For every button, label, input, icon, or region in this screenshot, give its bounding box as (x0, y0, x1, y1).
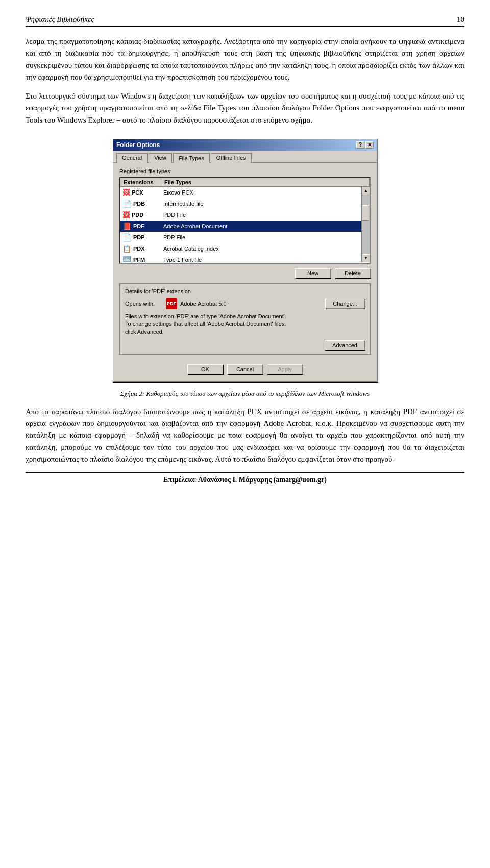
paragraph-2: Στο λειτουργικό σύστημα των Windows η δι… (26, 90, 464, 126)
list-item[interactable]: 🖼 PCX Εικόνα PCX (120, 187, 370, 198)
pdd-icon: 🖼 (122, 211, 130, 219)
paragraph-1: λεσμα της πραγματοποίησης κάποιας διαδικ… (26, 36, 464, 83)
ext-pdp: PDP (133, 234, 145, 240)
type-pdx: Acrobat Catalog Index (161, 245, 221, 253)
col-file-types: File Types (161, 178, 370, 186)
pfm-icon: 🔤 (122, 256, 131, 262)
ext-pdd: PDD (132, 212, 143, 218)
folder-options-dialog: Folder Options ? ✕ General View File Typ… (112, 138, 378, 382)
dialog-caption: Σχήμα 2: Καθορισμός του τύπου των αρχείω… (26, 390, 464, 398)
ext-pdf: PDF (133, 223, 144, 229)
dialog-title: Folder Options (116, 141, 160, 149)
listbox-rows: 🖼 PCX Εικόνα PCX 📄 PDB Intermediate fi (120, 187, 370, 262)
pdx-icon: 📋 (122, 245, 131, 253)
titlebar-buttons: ? ✕ (356, 141, 374, 149)
close-button[interactable]: ✕ (365, 141, 374, 149)
list-item[interactable]: 🖼 PDD PDD File (120, 209, 370, 221)
advanced-btn-row: Advanced (125, 340, 365, 350)
new-delete-row: New Delete (119, 268, 371, 278)
type-pdb: Intermediate file (161, 200, 205, 208)
listbox-scrollbar[interactable]: ▲ ▼ (361, 187, 370, 262)
cancel-button[interactable]: Cancel (227, 364, 263, 374)
tab-file-types[interactable]: File Types (173, 153, 210, 163)
list-item[interactable]: 📄 PDB Intermediate file (120, 198, 370, 209)
details-title: Details for 'PDF' extension (125, 288, 365, 294)
footer: Επιμέλεια: Αθανάσιος Ι. Μάργαρης (amarg@… (26, 472, 464, 484)
scroll-down-button[interactable]: ▼ (362, 254, 370, 262)
header-title: Ψηφιακές Βιβλιοθήκες (26, 15, 94, 24)
col-extensions: Extensions (120, 178, 161, 186)
ext-pcx: PCX (132, 189, 143, 196)
list-item[interactable]: 📋 PDX Acrobat Catalog Index (120, 243, 370, 254)
tab-view[interactable]: View (149, 153, 172, 163)
desc-line-3: click Advanced. (125, 329, 164, 335)
dialog-titlebar: Folder Options ? ✕ (113, 139, 377, 151)
delete-button[interactable]: Delete (335, 268, 371, 278)
advanced-button[interactable]: Advanced (325, 340, 365, 350)
scroll-thumb[interactable] (362, 205, 369, 221)
details-description: Files with extension 'PDF' are of type '… (125, 312, 365, 336)
pdf-icon: 📕 (122, 222, 131, 230)
desc-line-1: Files with extension 'PDF' are of type '… (125, 313, 286, 319)
pdb-icon: 📄 (122, 200, 131, 208)
type-pcx: Εικόνα PCX (161, 188, 195, 197)
apply-button[interactable]: Apply (267, 364, 303, 374)
details-box: Details for 'PDF' extension Opens with: … (119, 283, 371, 355)
type-pdf: Adobe Acrobat Document (161, 222, 229, 230)
desc-line-2: To change settings that affect all 'Adob… (125, 321, 286, 327)
opens-with-value: Adobe Acrobat 5.0 (180, 301, 227, 307)
list-item-selected[interactable]: 📕 PDF Adobe Acrobat Document (120, 221, 370, 232)
tab-offline-files[interactable]: Offline Files (211, 153, 252, 163)
footer-text: Επιμέλεια: Αθανάσιος Ι. Μάργαρης (amarg@… (163, 476, 327, 484)
type-pdd: PDD File (161, 211, 188, 219)
file-types-listbox[interactable]: Extensions File Types 🖼 PCX Εικόνα PCX (119, 177, 371, 264)
new-button[interactable]: New (295, 268, 331, 278)
page-header: Ψηφιακές Βιβλιοθήκες 10 (26, 15, 464, 27)
dialog-tabs: General View File Types Offline Files (113, 151, 377, 162)
ok-button[interactable]: OK (187, 364, 223, 374)
ext-pdb: PDB (133, 201, 145, 207)
pcx-icon: 🖼 (122, 188, 130, 197)
acrobat-icon: PDF (166, 298, 177, 309)
scroll-track (362, 195, 370, 254)
list-item[interactable]: 📄 PDP PDP File (120, 232, 370, 243)
dialog-container: Folder Options ? ✕ General View File Typ… (26, 138, 464, 382)
ext-pdx: PDX (133, 246, 145, 252)
header-page-number: 10 (457, 15, 464, 24)
list-item[interactable]: 🔤 PFM Type 1 Font file (120, 254, 370, 262)
change-button[interactable]: Change... (325, 299, 365, 309)
help-button[interactable]: ? (356, 141, 364, 149)
listbox-header: Extensions File Types (120, 178, 370, 187)
paragraph-3: Από το παραπάνω πλαίσιο διαλόγου διαπιστ… (26, 406, 464, 465)
tab-general[interactable]: General (116, 153, 148, 163)
pdp-icon: 📄 (122, 233, 131, 242)
scroll-up-button[interactable]: ▲ (362, 187, 370, 195)
ext-pfm: PFM (133, 257, 145, 262)
registered-label: Registered file types: (119, 168, 371, 174)
opens-with-label: Opens with: (125, 301, 166, 307)
dialog-bottom-buttons: OK Cancel Apply (119, 360, 371, 376)
type-pfm: Type 1 Font file (161, 256, 204, 262)
dialog-body: Registered file types: Extensions File T… (113, 162, 377, 381)
type-pdp: PDP File (161, 233, 187, 242)
opens-with-row: Opens with: PDF Adobe Acrobat 5.0 Change… (125, 298, 365, 309)
